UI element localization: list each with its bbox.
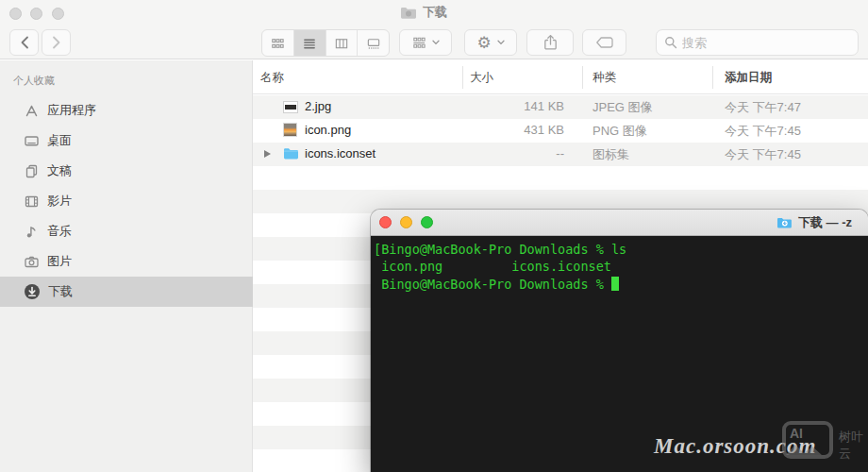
terminal-line: [Bingo@MacBook-Pro Downloads % ls	[374, 241, 868, 258]
terminal-cursor	[611, 277, 619, 291]
sidebar-item-applications[interactable]: 应用程序	[0, 95, 253, 126]
column-header-name[interactable]: 名称	[260, 70, 284, 86]
terminal-line: Bingo@MacBook-Pro Downloads %	[374, 276, 868, 293]
table-row[interactable]: 2.jpg 141 KB JPEG 图像 今天 下午7:47	[253, 95, 868, 119]
watermark-logo-label: 树叶云	[839, 429, 868, 463]
sidebar-item-label: 桌面	[47, 132, 72, 149]
back-button[interactable]	[9, 29, 39, 56]
column-divider[interactable]	[462, 66, 463, 89]
group-icon	[411, 35, 426, 50]
file-name: icons.iconset	[305, 146, 376, 160]
screen: 下载	[0, 0, 868, 472]
column-header-kind[interactable]: 种类	[593, 70, 616, 86]
finder-sidebar: 个人收藏 应用程序 桌面	[0, 60, 253, 472]
close-button[interactable]	[9, 8, 22, 20]
file-date-added: 今天 下午7:45	[725, 123, 801, 140]
downloads-icon	[24, 283, 41, 300]
close-button[interactable]	[379, 216, 392, 228]
sidebar-item-pictures[interactable]: 图片	[0, 246, 253, 277]
list-header: 名称 大小 种类 添加日期	[253, 60, 868, 94]
terminal-title: 下载 — -z	[776, 214, 852, 231]
page-title: 下载	[423, 4, 447, 21]
png-thumbnail-icon	[283, 123, 297, 137]
sidebar-item-label: 影片	[47, 193, 72, 210]
search-input[interactable]	[682, 36, 833, 50]
zoom-button[interactable]	[52, 8, 64, 20]
terminal-body[interactable]: [Bingo@MacBook-Pro Downloads % ls icon.p…	[371, 236, 868, 472]
file-name: icon.png	[305, 123, 351, 137]
file-kind: 图标集	[593, 146, 629, 163]
tag-icon	[595, 36, 614, 49]
sidebar-list: 应用程序 桌面 文稿	[0, 95, 253, 307]
chevron-down-icon	[497, 40, 505, 45]
file-size: 431 KB	[442, 123, 564, 137]
table-row[interactable]: icon.png 431 KB PNG 图像 今天 下午7:45	[253, 119, 868, 143]
app-store-icon	[24, 103, 40, 119]
sidebar-item-label: 音乐	[47, 223, 72, 240]
window-title: 下载	[400, 4, 447, 21]
list-view-button[interactable]	[294, 30, 326, 56]
chevron-down-icon	[432, 40, 440, 45]
file-size: 141 KB	[442, 99, 564, 113]
documents-icon	[24, 163, 40, 179]
column-header-date-added[interactable]: 添加日期	[725, 70, 772, 86]
movies-icon	[24, 194, 40, 210]
list-view-icon	[302, 36, 317, 51]
mountain-icon	[786, 440, 829, 455]
column-header-size[interactable]: 大小	[470, 70, 493, 86]
gallery-view-button[interactable]	[358, 30, 389, 56]
icon-view-button[interactable]	[262, 30, 294, 56]
terminal-titlebar[interactable]: 下载 — -z	[371, 210, 868, 236]
sidebar-item-music[interactable]: 音乐	[0, 216, 253, 246]
terminal-line: icon.png icons.iconset	[374, 258, 868, 275]
downloads-folder-icon	[776, 216, 793, 229]
file-kind: JPEG 图像	[593, 99, 653, 116]
blue-folder-icon	[283, 146, 299, 164]
view-switcher	[261, 29, 390, 57]
sidebar-item-label: 图片	[47, 253, 72, 270]
tag-button[interactable]	[582, 29, 626, 56]
finder-toolbar: 下载	[0, 0, 868, 59]
search-icon	[664, 36, 677, 49]
search-field[interactable]	[656, 29, 859, 56]
column-view-button[interactable]	[326, 30, 359, 56]
file-size: --	[442, 146, 564, 160]
sidebar-item-label: 下载	[48, 283, 73, 300]
sidebar-section-label: 个人收藏	[13, 74, 55, 88]
sidebar-item-downloads[interactable]: 下载	[0, 277, 253, 307]
music-icon	[24, 224, 40, 240]
column-divider[interactable]	[712, 66, 713, 89]
forward-button[interactable]	[42, 29, 71, 56]
share-button[interactable]	[526, 29, 574, 56]
downloads-folder-proxy-icon	[400, 6, 417, 20]
sidebar-item-documents[interactable]: 文稿	[0, 156, 253, 186]
sidebar-item-label: 应用程序	[47, 102, 96, 119]
chevron-left-icon	[20, 36, 29, 49]
disclosure-triangle-icon[interactable]	[264, 150, 271, 158]
minimize-button[interactable]	[30, 8, 42, 20]
table-row[interactable]: icons.iconset -- 图标集 今天 下午7:45	[253, 143, 868, 166]
sidebar-item-label: 文稿	[47, 162, 72, 179]
terminal-title-text: 下载 — -z	[798, 214, 852, 231]
terminal-window: 下载 — -z [Bingo@MacBook-Pro Downloads % l…	[371, 210, 868, 472]
column-divider[interactable]	[582, 66, 583, 89]
gear-icon: ⚙	[476, 35, 491, 51]
pictures-icon	[24, 254, 40, 270]
file-date-added: 今天 下午7:45	[725, 146, 801, 163]
watermark-logo-icon: AI	[782, 421, 833, 459]
gallery-view-icon	[366, 36, 381, 51]
file-date-added: 今天 下午7:47	[725, 99, 801, 116]
sidebar-item-desktop[interactable]: 桌面	[0, 126, 253, 156]
desktop-icon	[24, 133, 40, 149]
file-kind: PNG 图像	[593, 123, 647, 140]
column-view-icon	[334, 36, 349, 51]
watermark-logo-ai-text: AI	[790, 426, 803, 441]
share-icon	[542, 34, 559, 51]
zoom-button[interactable]	[421, 216, 433, 228]
chevron-right-icon	[52, 36, 61, 49]
minimize-button[interactable]	[400, 216, 412, 228]
action-button[interactable]: ⚙	[464, 29, 517, 56]
sidebar-item-movies[interactable]: 影片	[0, 186, 253, 216]
group-button[interactable]	[399, 29, 452, 56]
icon-view-icon	[270, 36, 285, 51]
